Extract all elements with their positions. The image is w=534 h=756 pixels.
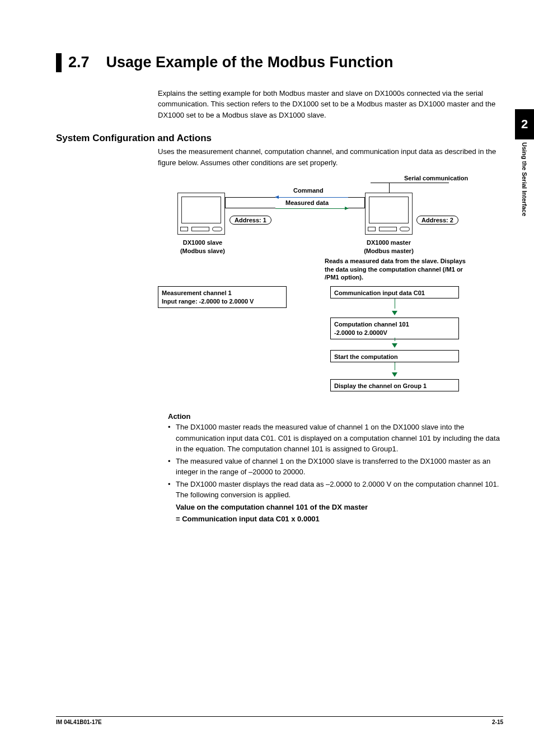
action-title: Action — [168, 412, 503, 421]
chapter-side-label: Using the Serial Interface — [515, 140, 534, 252]
chapter-tab: 2 — [515, 109, 534, 139]
master-note: Reads a measured data from the slave. Di… — [325, 257, 470, 281]
page-footer: IM 04L41B01-17E 2-15 — [56, 716, 503, 725]
action-bullets: The DX1000 master reads the measured val… — [168, 422, 503, 501]
measured-data-label: Measured data — [285, 199, 329, 206]
doc-id: IM 04L41B01-17E — [56, 719, 102, 725]
display-group-box: Display the channel on Group 1 — [330, 379, 459, 391]
heading-number: 2.7 — [68, 54, 90, 71]
measurement-channel-box: Measurement channel 1Input range: -2.000… — [158, 286, 287, 308]
flow-arrow-1 — [330, 298, 459, 318]
serial-vline — [389, 183, 390, 193]
heading-bar-icon — [56, 53, 62, 72]
intro-paragraph: Explains the setting example for both Mo… — [158, 88, 503, 121]
start-computation-box: Start the computation — [330, 350, 459, 362]
serial-comm-label: Serial communication — [404, 175, 468, 181]
flow-arrow-2 — [330, 338, 459, 350]
comm-input-box: Communication input data C01 — [330, 286, 459, 298]
master-connector-line — [348, 197, 365, 208]
command-label: Command — [293, 187, 324, 194]
page-number: 2-15 — [492, 719, 503, 725]
page: 2 Using the Serial Interface 2.7Usage Ex… — [0, 0, 534, 756]
address-2-box: Address: 2 — [416, 216, 458, 225]
heading-title: Usage Example of the Modbus Function — [106, 54, 394, 71]
section-heading: 2.7Usage Example of the Modbus Function — [56, 53, 503, 72]
master-label: DX1000 master(Modbus master) — [348, 239, 429, 255]
flow-arrow-3 — [330, 362, 459, 379]
address-1-box: Address: 1 — [229, 216, 271, 225]
measured-arrow-icon — [275, 208, 348, 209]
computation-channel-box: Computation channel 101-2.0000 to 2.0000… — [330, 318, 459, 339]
slave-connector-line — [225, 197, 275, 208]
master-device-icon — [365, 193, 413, 235]
subsection-body: Uses the measurement channel, computatio… — [158, 146, 503, 168]
list-item: The DX1000 master displays the read data… — [168, 479, 503, 501]
list-item: The measured value of channel 1 on the D… — [168, 456, 503, 478]
diagram: Serial communication Address: 1 DX1000 s… — [158, 176, 503, 405]
command-arrow-icon — [275, 197, 348, 198]
list-item: The DX1000 master reads the measured val… — [168, 422, 503, 455]
slave-label: DX1000 slave(Modbus slave) — [163, 239, 242, 255]
serial-line — [371, 183, 449, 183]
subsection-title: System Configuration and Actions — [56, 133, 503, 144]
formula-line-1: Value on the computation channel 101 of … — [176, 502, 503, 513]
slave-device-icon — [177, 193, 225, 235]
formula-line-2: = Communication input data C01 x 0.0001 — [176, 514, 503, 525]
